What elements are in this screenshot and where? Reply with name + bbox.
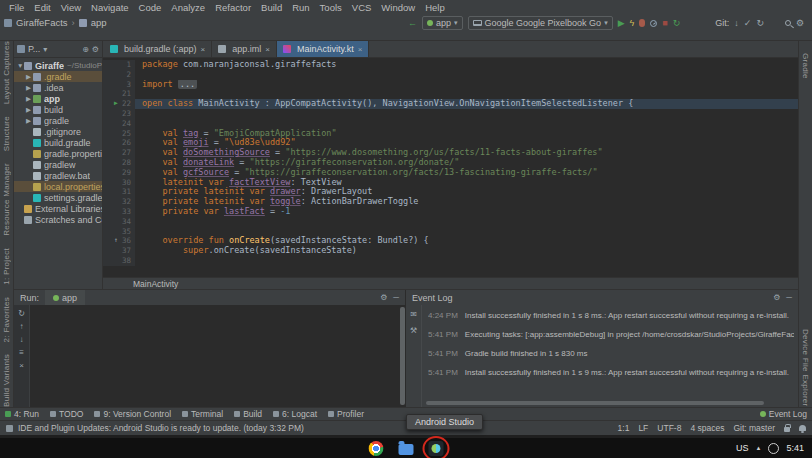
code-line[interactable]: 34: [103, 217, 798, 227]
menu-item[interactable]: VCS: [347, 2, 377, 13]
tree-item[interactable]: gradlew.bat: [14, 170, 102, 181]
code-line[interactable]: 37 super.onCreate(savedInstanceState): [103, 246, 798, 256]
code-line[interactable]: 28 val donateLink = "https://giraffecons…: [103, 158, 798, 168]
tray-expand-icon[interactable]: ▲: [756, 445, 762, 451]
code-line[interactable]: 1package com.naranjaconsal.giraffefacts: [103, 60, 798, 70]
soft-wrap-icon[interactable]: ≡: [19, 348, 24, 357]
tree-item[interactable]: gradle.properties: [14, 148, 102, 159]
code-line[interactable]: ↑36 override fun onCreate(savedInstanceS…: [103, 236, 798, 246]
tool-window-button[interactable]: TODO: [50, 409, 83, 419]
menu-item[interactable]: View: [56, 2, 86, 13]
notifications-bell-icon[interactable]: [799, 425, 806, 431]
run-console[interactable]: ↻ ↑ ↓ ≡ ×: [14, 305, 405, 407]
tree-item[interactable]: ▶.gradle: [14, 71, 102, 82]
tree-item[interactable]: External Libraries: [14, 203, 102, 214]
git-commit-icon[interactable]: ✓: [744, 19, 752, 28]
menu-item[interactable]: Help: [420, 2, 450, 13]
run-tab[interactable]: app: [45, 290, 85, 305]
expand-arrow-icon[interactable]: ▶: [26, 106, 33, 114]
code-line[interactable]: 3import ...: [103, 80, 798, 90]
status-message[interactable]: IDE and Plugin Updates: Android Studio i…: [18, 423, 304, 433]
profiler-icon[interactable]: [650, 20, 657, 27]
tree-item[interactable]: ▶app: [14, 93, 102, 104]
tree-item[interactable]: settings.gradle: [14, 192, 102, 203]
git-rollback-icon[interactable]: ↻: [756, 19, 764, 28]
back-arrow-icon[interactable]: ←: [408, 19, 417, 28]
project-view-selector[interactable]: P...: [28, 44, 40, 54]
menu-item[interactable]: Build: [256, 2, 287, 13]
lock-icon[interactable]: [784, 427, 790, 432]
tree-item[interactable]: local.properties: [14, 181, 102, 192]
chrome-taskbar-item[interactable]: [369, 441, 384, 456]
tool-window-button[interactable]: 4: Run: [5, 409, 39, 419]
menu-item[interactable]: Analyze: [166, 2, 210, 13]
tool-window-button[interactable]: Profiler: [328, 409, 364, 419]
editor-tab[interactable]: build.gradle (:app) ×: [104, 41, 212, 57]
event-log-scrollbar[interactable]: [426, 401, 764, 405]
tree-item[interactable]: ▼GiraffeFacts~/StudioP: [14, 60, 102, 71]
expand-arrow-icon[interactable]: ▶: [26, 95, 33, 103]
clear-console-icon[interactable]: ×: [19, 361, 24, 370]
code-line[interactable]: 26 val emoji = "\ud83e\udd92": [103, 138, 798, 148]
editor-tab[interactable]: MainActivity.kt ×: [277, 41, 370, 57]
tool-stripe-button[interactable]: 1: Project: [2, 248, 11, 285]
override-marker-icon[interactable]: ↑: [112, 236, 120, 246]
tool-window-switcher-icon[interactable]: [6, 425, 13, 432]
code-line[interactable]: 25 val tag = "EmojiCompatApplication": [103, 129, 798, 139]
code-line[interactable]: 29 val gcfSource = "https://giraffeconse…: [103, 168, 798, 178]
code-line[interactable]: 23: [103, 109, 798, 119]
hide-panel-icon[interactable]: ─: [393, 293, 399, 302]
menu-item[interactable]: Window: [376, 2, 420, 13]
tree-item[interactable]: ▶build: [14, 104, 102, 115]
tree-item[interactable]: gradlew: [14, 159, 102, 170]
clock[interactable]: 5:41: [786, 443, 804, 453]
tool-window-button[interactable]: Terminal: [182, 409, 223, 419]
menu-item[interactable]: Code: [134, 2, 167, 13]
menu-item[interactable]: Edit: [29, 2, 55, 13]
apply-changes-icon[interactable]: ϟ: [630, 19, 635, 28]
settings-gear-icon[interactable]: ⚙: [796, 19, 804, 28]
tree-item[interactable]: .gitignore: [14, 126, 102, 137]
search-icon[interactable]: [785, 20, 791, 26]
scroll-up-icon[interactable]: ↑: [20, 322, 24, 331]
device-dropdown[interactable]: Google Google Pixelbook Go ▾: [468, 16, 613, 30]
locate-file-icon[interactable]: ⊕: [82, 45, 89, 54]
close-icon[interactable]: ×: [201, 45, 206, 54]
line-separator[interactable]: LF: [638, 423, 648, 433]
tree-item[interactable]: ▶gradle: [14, 115, 102, 126]
code-line[interactable]: 27 val doSomethingSource = "https://www.…: [103, 148, 798, 158]
scroll-down-icon[interactable]: ↓: [20, 335, 24, 344]
tree-item[interactable]: ▶.idea: [14, 82, 102, 93]
menu-item[interactable]: Refactor: [210, 2, 256, 13]
tool-stripe-button[interactable]: Device File Explorer: [801, 329, 810, 407]
tool-window-button[interactable]: Event Log: [760, 409, 807, 419]
code-area[interactable]: 1package com.naranjaconsal.giraffefacts2…: [103, 58, 798, 277]
code-line[interactable]: 31 private lateinit var drawer: DrawerLa…: [103, 187, 798, 197]
menu-item[interactable]: File: [4, 2, 29, 13]
run-config-dropdown[interactable]: app ▾: [422, 16, 463, 30]
breadcrumb-project[interactable]: GiraffeFacts: [16, 17, 68, 28]
code-line[interactable]: ▶22open class MainActivity : AppCompatAc…: [103, 99, 798, 109]
run-icon[interactable]: ▶: [618, 19, 625, 28]
tree-item[interactable]: Scratches and Co: [14, 214, 102, 225]
tool-stripe-button[interactable]: Layout Captures: [2, 41, 11, 104]
indent-setting[interactable]: 4 spaces: [690, 423, 724, 433]
user-status-icon[interactable]: [768, 443, 779, 454]
chevron-down-icon[interactable]: ▾: [43, 45, 47, 54]
code-line[interactable]: 32 private lateinit var toggle: ActionBa…: [103, 197, 798, 207]
tool-stripe-button[interactable]: Resource Manager: [2, 163, 11, 236]
git-branch[interactable]: Git: master: [733, 423, 775, 433]
expand-arrow-icon[interactable]: ▶: [26, 117, 33, 125]
breadcrumb-module[interactable]: app: [91, 17, 107, 28]
menu-item[interactable]: Tools: [315, 2, 347, 13]
tool-window-button[interactable]: Build: [234, 409, 262, 419]
stop-icon[interactable]: ■: [662, 19, 667, 28]
expand-arrow-icon[interactable]: ▼: [17, 62, 24, 69]
caret-position[interactable]: 1:1: [618, 423, 630, 433]
console-scrollbar[interactable]: [400, 307, 405, 405]
tool-stripe-button[interactable]: Gradle: [801, 53, 810, 79]
expand-arrow-icon[interactable]: ▶: [26, 84, 33, 92]
restart-icon[interactable]: ↻: [673, 19, 681, 28]
expand-arrow-icon[interactable]: ▶: [26, 73, 33, 81]
code-line[interactable]: 21: [103, 89, 798, 99]
